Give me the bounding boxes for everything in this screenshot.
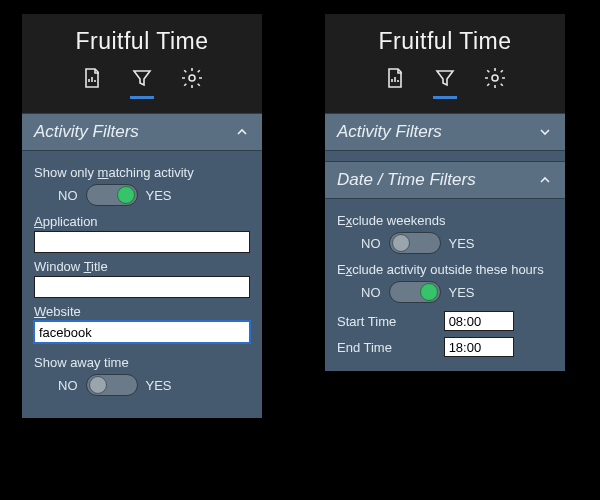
app-title: Fruitful Time [22, 28, 262, 55]
show-matching-toggle-row: NO YES [58, 184, 250, 206]
exclude-weekends-toggle[interactable] [389, 232, 441, 254]
chevron-up-icon [234, 124, 250, 140]
toggle-yes-label: YES [146, 188, 172, 203]
website-input[interactable] [34, 321, 250, 343]
show-matching-toggle[interactable] [86, 184, 138, 206]
tab-filter[interactable] [431, 63, 459, 97]
window-title-label: Window Title [34, 259, 250, 274]
website-label: Website [34, 304, 250, 319]
time-range-grid: Start Time End Time [337, 311, 553, 357]
titlebar: Fruitful Time [22, 14, 262, 113]
datetime-filters-title: Date / Time Filters [337, 170, 476, 190]
activity-filters-header[interactable]: Activity Filters [325, 113, 565, 151]
report-icon [383, 66, 407, 94]
show-away-toggle[interactable] [86, 374, 138, 396]
activity-filters-body: Show only matching activity NO YES Appli… [22, 151, 262, 418]
start-time-label: Start Time [337, 314, 436, 329]
tab-report[interactable] [381, 63, 409, 97]
start-time-input[interactable] [444, 311, 514, 331]
gear-icon [483, 66, 507, 94]
chevron-up-icon [537, 172, 553, 188]
gear-icon [180, 66, 204, 94]
activity-filters-title: Activity Filters [337, 122, 442, 142]
exclude-hours-toggle[interactable] [389, 281, 441, 303]
datetime-filters-header[interactable]: Date / Time Filters [325, 161, 565, 199]
toggle-no-label: NO [58, 188, 78, 203]
toggle-yes-label: YES [449, 236, 475, 251]
show-matching-label: Show only matching activity [34, 165, 250, 180]
application-input[interactable] [34, 231, 250, 253]
toggle-yes-label: YES [146, 378, 172, 393]
end-time-label: End Time [337, 340, 436, 355]
toggle-no-label: NO [361, 285, 381, 300]
titlebar: Fruitful Time [325, 14, 565, 113]
app-title: Fruitful Time [325, 28, 565, 55]
application-label: Application [34, 214, 250, 229]
chevron-down-icon [537, 124, 553, 140]
activity-filters-header[interactable]: Activity Filters [22, 113, 262, 151]
svg-point-1 [492, 75, 498, 81]
toggle-yes-label: YES [449, 285, 475, 300]
exclude-weekends-toggle-row: NO YES [361, 232, 553, 254]
tab-filter[interactable] [128, 63, 156, 97]
tab-row [22, 63, 262, 107]
tab-settings[interactable] [178, 63, 206, 97]
datetime-filters-body: Exclude weekends NO YES Exclude activity… [325, 199, 565, 371]
window-title-input[interactable] [34, 276, 250, 298]
toggle-no-label: NO [58, 378, 78, 393]
activity-filters-title: Activity Filters [34, 122, 139, 142]
report-icon [80, 66, 104, 94]
filter-icon [433, 66, 457, 94]
filter-icon [130, 66, 154, 94]
show-away-label: Show away time [34, 355, 250, 370]
tab-row [325, 63, 565, 107]
toggle-no-label: NO [361, 236, 381, 251]
tab-settings[interactable] [481, 63, 509, 97]
panel-left: Fruitful Time Activity Filters [22, 14, 262, 418]
show-away-toggle-row: NO YES [58, 374, 250, 396]
exclude-hours-toggle-row: NO YES [361, 281, 553, 303]
panel-right: Fruitful Time Activity Filters [325, 14, 565, 371]
exclude-hours-label: Exclude activity outside these hours [337, 262, 553, 277]
end-time-input[interactable] [444, 337, 514, 357]
tab-report[interactable] [78, 63, 106, 97]
exclude-weekends-label: Exclude weekends [337, 213, 553, 228]
svg-point-0 [189, 75, 195, 81]
